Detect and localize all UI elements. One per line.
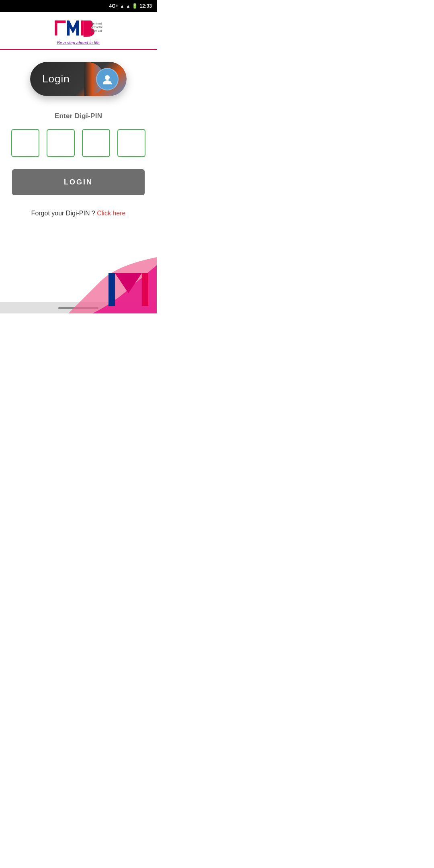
login-button[interactable]: LOGIN bbox=[12, 169, 145, 195]
logo-row: Tamilnad Mercantile Bank Ltd bbox=[54, 18, 102, 40]
svg-point-7 bbox=[105, 75, 110, 80]
pin-input-3[interactable] bbox=[82, 129, 110, 157]
signal-icon: ▲ bbox=[120, 4, 125, 8]
forgot-pin-text: Forgot your Digi-PIN ? bbox=[31, 210, 95, 217]
svg-marker-2 bbox=[67, 20, 79, 36]
login-visual-pill: Login bbox=[30, 62, 127, 96]
forgot-pin-section: Forgot your Digi-PIN ? Click here bbox=[31, 210, 126, 217]
svg-text:Mercantile: Mercantile bbox=[90, 26, 102, 29]
forgot-pin-link[interactable]: Click here bbox=[97, 210, 125, 217]
pin-input-group bbox=[11, 129, 145, 157]
pin-input-1[interactable] bbox=[11, 129, 39, 157]
svg-rect-3 bbox=[81, 20, 84, 36]
pin-label: Enter Digi-PIN bbox=[55, 112, 102, 120]
battery-icon: 🔋 bbox=[132, 3, 138, 9]
main-content: Login Enter Digi-PIN LOGIN Forgot your D… bbox=[0, 50, 157, 302]
login-visual-label: Login bbox=[42, 73, 70, 85]
user-avatar-circle bbox=[96, 68, 119, 90]
svg-rect-1 bbox=[55, 20, 66, 23]
login-banner: Login bbox=[30, 62, 127, 96]
tagline: Be a step ahead in life bbox=[57, 41, 100, 45]
app-header: Tamilnad Mercantile Bank Ltd Be a step a… bbox=[0, 12, 157, 50]
svg-text:Tamilnad: Tamilnad bbox=[91, 22, 102, 25]
network-indicator: 4G+ bbox=[109, 3, 119, 9]
pin-input-2[interactable] bbox=[47, 129, 75, 157]
status-bar: 4G+ ▲ ▲ 🔋 12:33 bbox=[0, 0, 157, 12]
svg-text:Bank Ltd: Bank Ltd bbox=[91, 29, 102, 32]
tmb-logo: Tamilnad Mercantile Bank Ltd bbox=[54, 18, 102, 40]
pin-input-4[interactable] bbox=[117, 129, 145, 157]
time-display: 12:33 bbox=[139, 3, 152, 9]
signal-icon-2: ▲ bbox=[126, 4, 130, 8]
